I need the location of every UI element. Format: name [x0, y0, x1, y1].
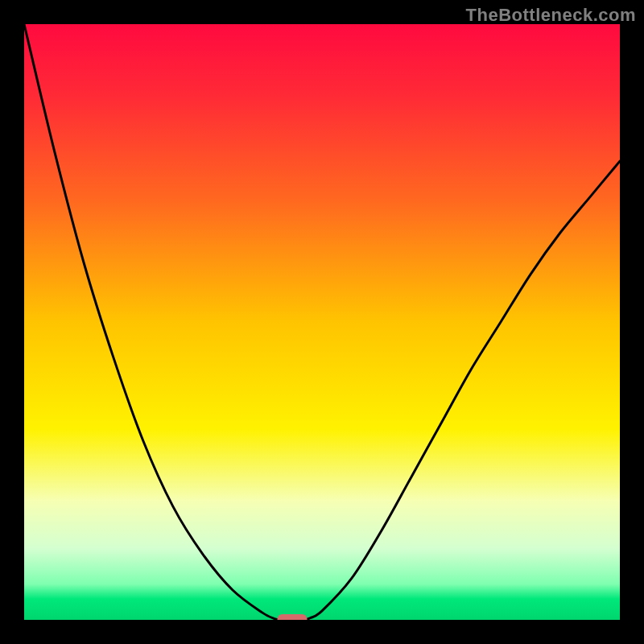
chart-background: [24, 24, 620, 620]
watermark-text: TheBottleneck.com: [466, 5, 636, 26]
min-marker: [278, 614, 308, 620]
chart-svg: [24, 24, 620, 620]
chart-frame: TheBottleneck.com: [0, 0, 644, 644]
